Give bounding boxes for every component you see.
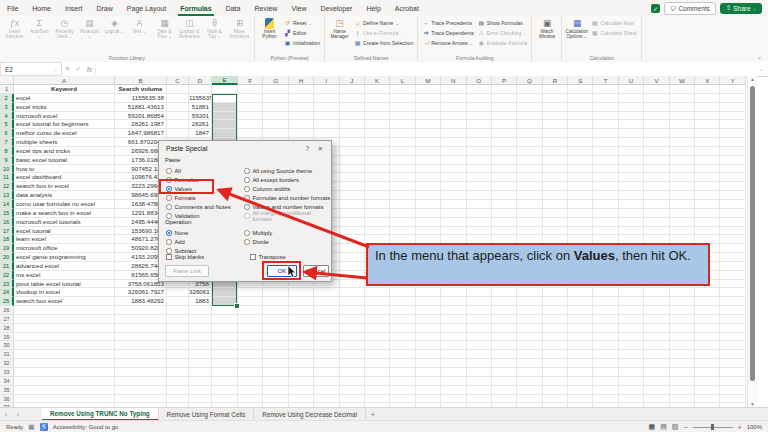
cell-X33[interactable] (695, 368, 720, 377)
cell-K25[interactable] (365, 297, 390, 306)
cell-G24[interactable] (263, 288, 288, 297)
cell-V11[interactable] (644, 173, 669, 182)
cell-A10[interactable]: how to (14, 165, 115, 174)
cell-U33[interactable] (619, 368, 644, 377)
cell-L32[interactable] (390, 359, 415, 368)
cell-D6[interactable]: 1847 (189, 129, 212, 138)
cell-T25[interactable] (593, 297, 618, 306)
cell-Y19[interactable] (720, 244, 745, 253)
cell-N10[interactable] (441, 165, 466, 174)
cell-X2[interactable] (695, 94, 720, 103)
cell-E33[interactable] (212, 368, 238, 377)
cell-J12[interactable] (340, 182, 365, 191)
column-header-A[interactable]: A (14, 76, 115, 85)
cell-N2[interactable] (441, 94, 466, 103)
cell-O14[interactable] (467, 200, 492, 209)
cell-U28[interactable] (619, 324, 644, 333)
cell-I36[interactable] (314, 395, 339, 404)
cell-Q28[interactable] (517, 324, 542, 333)
row-header-20[interactable]: 20 (0, 253, 14, 262)
column-header-T[interactable]: T (593, 76, 618, 85)
cell-T31[interactable] (593, 350, 618, 359)
cell-A21[interactable]: advanced excel (14, 262, 115, 271)
cell-X26[interactable] (695, 306, 720, 315)
cell-U31[interactable] (619, 350, 644, 359)
cell-R9[interactable] (543, 156, 568, 165)
cell-W1[interactable] (670, 85, 695, 94)
cell-N3[interactable] (441, 103, 466, 112)
cell-U1[interactable] (619, 85, 644, 94)
cell-G5[interactable] (263, 120, 288, 129)
cell-K36[interactable] (365, 395, 390, 404)
cell-S24[interactable] (568, 288, 593, 297)
cell-G31[interactable] (263, 350, 288, 359)
cell-Y13[interactable] (720, 191, 745, 200)
cell-A1[interactable]: Keyword (14, 85, 115, 94)
cell-L9[interactable] (390, 156, 415, 165)
cell-G27[interactable] (263, 315, 288, 324)
cell-R27[interactable] (543, 315, 568, 324)
cell-P3[interactable] (492, 103, 517, 112)
cell-P33[interactable] (492, 368, 517, 377)
cell-H27[interactable] (289, 315, 314, 324)
zoom-slider-thumb[interactable] (711, 424, 714, 430)
cell-G36[interactable] (263, 395, 288, 404)
cell-J7[interactable] (340, 138, 365, 147)
cell-Y2[interactable] (720, 94, 745, 103)
cell-O27[interactable] (467, 315, 492, 324)
cell-L15[interactable] (390, 209, 415, 218)
cell-V12[interactable] (644, 182, 669, 191)
cell-D25[interactable]: 1883 (189, 297, 212, 306)
cell-J24[interactable] (340, 288, 365, 297)
cell-H25[interactable] (289, 297, 314, 306)
cell-J21[interactable] (340, 262, 365, 271)
cell-Q25[interactable] (517, 297, 542, 306)
cell-O26[interactable] (467, 306, 492, 315)
cell-V33[interactable] (644, 368, 669, 377)
cell-F24[interactable] (238, 288, 263, 297)
cell-Y33[interactable] (720, 368, 745, 377)
cell-E31[interactable] (212, 350, 238, 359)
cell-H36[interactable] (289, 395, 314, 404)
cell-N26[interactable] (441, 306, 466, 315)
cell-K33[interactable] (365, 368, 390, 377)
cell-E3[interactable] (212, 103, 238, 112)
cell-L33[interactable] (390, 368, 415, 377)
cell-B34[interactable] (115, 377, 167, 386)
cell-W6[interactable] (670, 129, 695, 138)
checkbox-transpose[interactable]: Transpose (250, 253, 286, 261)
cell-G6[interactable] (263, 129, 288, 138)
cell-H35[interactable] (289, 386, 314, 395)
cell-B2[interactable]: 1155635.38 (115, 94, 167, 103)
cell-L31[interactable] (390, 350, 415, 359)
cell-O36[interactable] (467, 395, 492, 404)
cell-A18[interactable]: learn excel (14, 235, 115, 244)
cell-T35[interactable] (593, 386, 618, 395)
cell-W26[interactable] (670, 306, 695, 315)
cell-K3[interactable] (365, 103, 390, 112)
cell-R33[interactable] (543, 368, 568, 377)
cell-I31[interactable] (314, 350, 339, 359)
cell-N32[interactable] (441, 359, 466, 368)
cell-J8[interactable] (340, 147, 365, 156)
cell-O31[interactable] (467, 350, 492, 359)
cell-M29[interactable] (416, 333, 441, 342)
row-header-31[interactable]: 31 (0, 350, 14, 359)
cell-W3[interactable] (670, 103, 695, 112)
cell-T13[interactable] (593, 191, 618, 200)
row-header-29[interactable]: 29 (0, 333, 14, 342)
cell-P26[interactable] (492, 306, 517, 315)
cell-K15[interactable] (365, 209, 390, 218)
cell-I3[interactable] (314, 103, 339, 112)
cell-C34[interactable] (167, 377, 189, 386)
cell-D5[interactable]: 28261 (189, 120, 212, 129)
cell-O4[interactable] (467, 112, 492, 121)
cell-C4[interactable] (167, 112, 189, 121)
ribbon-tab-data[interactable]: Data (219, 0, 248, 16)
cell-Y8[interactable] (720, 147, 745, 156)
cell-X14[interactable] (695, 200, 720, 209)
cell-P14[interactable] (492, 200, 517, 209)
reset-button[interactable]: ↺Reset⌄ (282, 18, 322, 28)
cell-F36[interactable] (238, 395, 263, 404)
cell-D30[interactable] (189, 341, 212, 350)
